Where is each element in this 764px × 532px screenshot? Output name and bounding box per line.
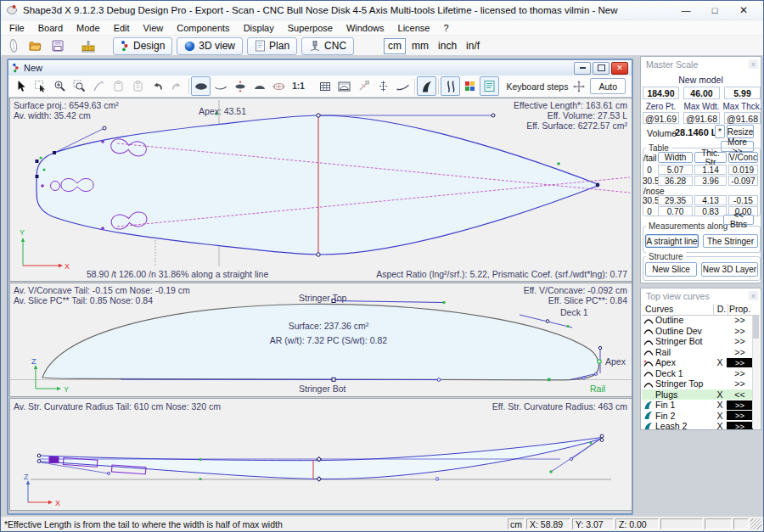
curve-prop-button[interactable]: >> [727,400,753,410]
curve-row-stringer-bot[interactable]: Stringer Bot>> [642,336,753,347]
curve-prop-button[interactable]: >> [727,422,753,430]
curves-scrollbar[interactable] [752,315,760,428]
menu-item-components[interactable]: Components [170,22,236,34]
menu-item-edit[interactable]: Edit [107,22,137,34]
profile-view-canvas[interactable]: Z X [10,399,632,510]
zoom-window-icon[interactable] [70,76,89,96]
new-board-icon[interactable] [5,37,24,54]
paste-icon[interactable] [128,76,148,96]
curve-display-flag[interactable]: X [713,357,727,367]
design-button[interactable]: Design [113,37,172,55]
btns-toggle-button[interactable]: << Btns [723,215,754,225]
menu-item-mode[interactable]: Mode [70,22,107,34]
dim-at-2[interactable]: @91.68 [724,112,761,124]
properties-icon[interactable] [480,76,499,96]
menu-item-[interactable]: ? [436,22,455,34]
curve-row-apex[interactable]: ApexX>> [642,357,753,368]
curve-row-deck-1[interactable]: Deck 1>> [642,368,753,379]
curve-row-leash-2[interactable]: Leash 2X>> [642,421,753,430]
grid-icon[interactable] [315,76,334,96]
tail-row-1-cell-1[interactable]: 36.28 [658,176,693,186]
curves-panel-close-icon[interactable]: x [749,291,758,300]
tail-row-0-cell-2[interactable]: 1.14 [694,165,727,175]
curve-row-outline[interactable]: Outline>> [642,315,753,326]
tail-row-1-cell-3[interactable]: -0.097 [728,176,758,186]
maximize-button[interactable]: □ [700,5,729,15]
thickness-view-icon[interactable] [230,76,250,96]
doc-close-button[interactable]: ✕ [611,62,628,75]
curve-prop-button[interactable]: >> [727,358,753,367]
document-titlebar[interactable]: New ✕ [8,60,632,76]
minimize-button[interactable]: — [671,5,700,15]
menu-item-board[interactable]: Board [31,22,70,34]
board-outline[interactable] [37,115,598,255]
pen-icon[interactable] [89,76,109,96]
undo-icon[interactable] [148,76,167,96]
cursor-icon[interactable] [11,76,31,96]
3d-view-button[interactable]: 3D view [177,37,243,55]
straight-line-button[interactable]: A straight line [645,234,699,248]
unit-inf[interactable]: in/f [463,39,483,53]
resize-grip[interactable] [750,518,761,529]
slices-panel-icon[interactable] [334,76,354,96]
nose-row-1-cell-1[interactable]: 0.70 [658,206,693,216]
profile-view-icon[interactable] [211,76,230,96]
dim-at-1[interactable]: @91.68 [683,112,720,124]
curve-row-plugs[interactable]: PlugsX<< [642,389,753,400]
open-icon[interactable] [25,37,44,54]
colors-icon[interactable] [460,76,480,96]
fin-icon[interactable] [417,76,436,96]
col-header-vconc[interactable]: V/Conc [728,152,758,163]
stringer-button[interactable]: The Stringer [703,234,758,248]
curve-prop-button[interactable]: >> [727,315,753,325]
tail-row-0-cell-1[interactable]: 5.07 [658,165,693,175]
master-scale-close-icon[interactable]: x [749,59,758,69]
dim-value-1[interactable]: 46.00 [683,87,720,99]
curve-prop-button[interactable]: >> [727,411,753,420]
tail-row-1-cell-2[interactable]: 3.96 [694,176,727,186]
curve-row-outline-dev[interactable]: Outline Dev>> [642,326,753,337]
curve-display-flag[interactable]: X [713,421,727,430]
menu-item-display[interactable]: Display [237,22,281,34]
save-icon[interactable] [48,37,67,54]
profile-view-panel[interactable]: Z X Av. Str. Curvature Radius Tail: 610 … [9,398,632,511]
dim-value-0[interactable]: 184.90 [643,87,679,99]
new-slice-button[interactable]: New Slice [645,262,697,277]
zoom-in-icon[interactable] [50,76,70,96]
curve-prop-button[interactable]: >> [727,336,753,346]
menu-item-windows[interactable]: Windows [340,22,391,34]
curve-prop-button[interactable]: >> [727,368,753,378]
dim-value-2[interactable]: 5.99 [724,87,761,99]
curve-display-flag[interactable]: X [713,411,727,421]
curve-prop-button[interactable]: >> [727,378,753,389]
auto-button[interactable]: Auto [590,78,626,94]
slice-view-panel[interactable]: Z Y Av. V/Concave Tail: -0.15 cm Nose: -… [9,283,632,397]
nose-row-0-cell-3[interactable]: -0.15 [728,195,758,205]
curve-row-rail[interactable]: Rail>> [642,347,753,358]
nose-row-0-cell-1[interactable]: 29.35 [658,195,693,205]
unit-cm[interactable]: cm [384,38,406,54]
curve-row-fin-1[interactable]: Fin 1X>> [642,400,753,411]
export-machine-icon[interactable] [79,37,98,54]
scrollbar-thumb[interactable] [753,315,759,339]
move-steps-icon[interactable] [571,76,587,96]
curve-prop-button[interactable]: >> [727,347,753,357]
menu-item-view[interactable]: View [137,22,171,34]
select-box-icon[interactable] [31,76,50,96]
cnc-button[interactable]: CNC [301,37,354,55]
new-3d-layer-button[interactable]: New 3D Layer [701,262,758,277]
curve-display-flag[interactable]: X [713,389,727,400]
wireframe-view-icon[interactable] [269,76,289,96]
dim-at-0[interactable]: @91.69 [643,112,679,124]
doc-minimize-button[interactable] [574,62,591,75]
col-header-width[interactable]: Width [658,152,693,163]
unit-mm[interactable]: mm [408,39,432,53]
col-header-thicstr[interactable]: Thic. Str [694,152,727,163]
doc-restore-button[interactable] [593,62,610,75]
menu-item-file[interactable]: File [3,22,31,34]
redo-icon[interactable] [167,76,187,96]
nose-row-0-cell-2[interactable]: 4.13 [694,195,727,205]
top-view-panel[interactable]: Y X Surface proj.: 6549.63 cm² Av. width… [9,98,632,282]
copy-icon[interactable] [109,76,128,96]
rocker-view-icon[interactable] [393,76,413,96]
